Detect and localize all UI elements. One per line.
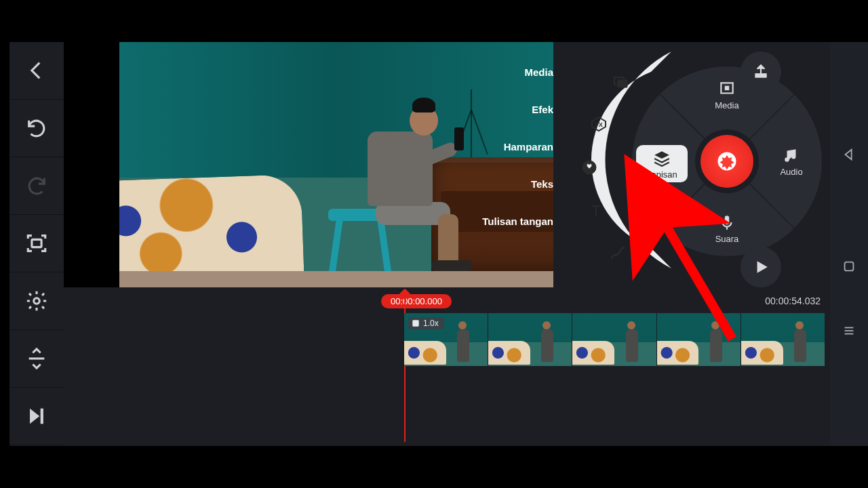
svg-marker-14 [757, 261, 768, 272]
handwriting-icon[interactable] [606, 241, 629, 264]
wheel-lapisan[interactable]: Lapisan [636, 145, 688, 182]
wheel-lapisan-label: Lapisan [646, 169, 677, 180]
svg-rect-13 [725, 216, 730, 224]
wheel-media-label: Media [715, 100, 738, 110]
svg-marker-12 [654, 151, 669, 159]
left-toolbar [9, 42, 64, 446]
svg-marker-16 [846, 149, 852, 159]
overlay-icon[interactable] [578, 156, 601, 179]
wheel-audio-label: Audio [780, 167, 802, 177]
timeline[interactable]: 00:00:00.000 00:00:54.032 1.0x [64, 287, 830, 446]
submenu-media[interactable]: Media [445, 66, 553, 78]
text-icon[interactable]: T [585, 199, 608, 222]
capture-button[interactable] [9, 215, 64, 272]
svg-marker-3 [30, 409, 39, 424]
submenu-tulisan[interactable]: Tulisan tangan [445, 216, 553, 227]
svg-rect-6 [618, 80, 627, 87]
fx-icon[interactable]: FX [587, 113, 610, 136]
clip-thumbnail[interactable] [488, 313, 572, 366]
clip-thumbnail[interactable] [572, 313, 656, 366]
clip-thumbnail[interactable] [657, 313, 741, 366]
play-button[interactable] [741, 247, 781, 287]
video-track[interactable]: 1.0x [404, 313, 825, 366]
jump-to-end-button[interactable] [9, 388, 64, 445]
clip-thumbnail[interactable]: 1.0x [404, 313, 488, 366]
nav-back-button[interactable] [842, 147, 856, 165]
timecode-current: 00:00:00.000 [381, 294, 452, 308]
undo-button[interactable] [9, 100, 64, 157]
nav-menu-button[interactable] [842, 323, 856, 341]
wheel-media[interactable]: Media [703, 80, 751, 110]
settings-button[interactable] [9, 272, 64, 330]
action-wheel: Media Lapisan Audio Suara [632, 66, 822, 256]
record-button[interactable] [701, 135, 753, 188]
export-button[interactable] [741, 52, 781, 92]
svg-point-1 [34, 298, 40, 304]
android-nav-bar [830, 42, 868, 446]
svg-rect-11 [725, 86, 730, 91]
layer-submenu-labels: Media Efek Hamparan Teks Tulisan tangan [445, 66, 553, 227]
clip-speed-badge: 1.0x [408, 317, 444, 329]
svg-rect-4 [41, 409, 43, 424]
svg-rect-0 [32, 239, 41, 247]
back-button[interactable] [9, 42, 64, 100]
svg-rect-17 [845, 262, 854, 270]
nav-recent-button[interactable] [842, 259, 856, 277]
gallery-icon[interactable] [609, 70, 632, 94]
svg-text:T: T [591, 203, 600, 219]
clip-thumbnail[interactable] [741, 313, 825, 366]
submenu-efek[interactable]: Efek [445, 104, 553, 115]
timecode-duration: 00:00:54.032 [765, 296, 821, 306]
wheel-suara-label: Suara [715, 234, 739, 244]
submenu-teks[interactable]: Teks [445, 178, 553, 190]
action-wheel-panel: Media Efek Hamparan Teks Tulisan tangan … [553, 42, 830, 287]
redo-button[interactable] [9, 157, 64, 215]
svg-rect-15 [412, 320, 418, 326]
wheel-suara[interactable]: Suara [703, 214, 751, 244]
submenu-hamparan[interactable]: Hamparan [445, 141, 553, 152]
timeline-expand-button[interactable] [9, 330, 64, 388]
wheel-audio[interactable]: Audio [768, 146, 815, 177]
svg-text:FX: FX [595, 121, 603, 128]
